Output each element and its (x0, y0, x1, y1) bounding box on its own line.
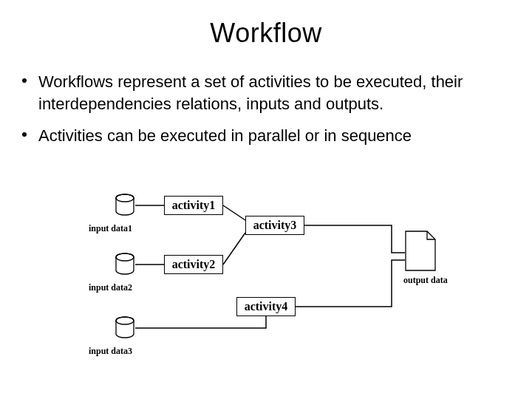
db-label: input data3 (89, 346, 132, 357)
output-label: output data (403, 275, 448, 286)
bullet-dot-icon (22, 78, 27, 83)
database-icon (115, 194, 135, 217)
activity-node: activity4 (236, 297, 296, 316)
activity-node: activity3 (245, 216, 304, 235)
svg-line-3 (223, 233, 245, 265)
bullet-dot-icon (22, 132, 27, 137)
db-label: input data2 (89, 282, 132, 293)
activity-node: activity1 (164, 196, 223, 215)
database-icon (115, 316, 135, 340)
page-title: Workflow (0, 18, 532, 49)
bullet-list: Workflows represent a set of activities … (22, 71, 502, 147)
database-icon (115, 253, 135, 276)
workflow-diagram: input data1 input data2 input data3 acti… (0, 185, 532, 392)
bullet-text: Workflows represent a set of activities … (38, 71, 502, 115)
db-label: input data1 (89, 223, 132, 234)
bullet-item: Workflows represent a set of activities … (22, 71, 502, 115)
svg-line-2 (223, 205, 245, 220)
bullet-item: Activities can be executed in parallel o… (22, 125, 502, 147)
activity-node: activity2 (164, 255, 223, 274)
bullet-text: Activities can be executed in parallel o… (38, 125, 412, 147)
document-icon (405, 231, 436, 274)
